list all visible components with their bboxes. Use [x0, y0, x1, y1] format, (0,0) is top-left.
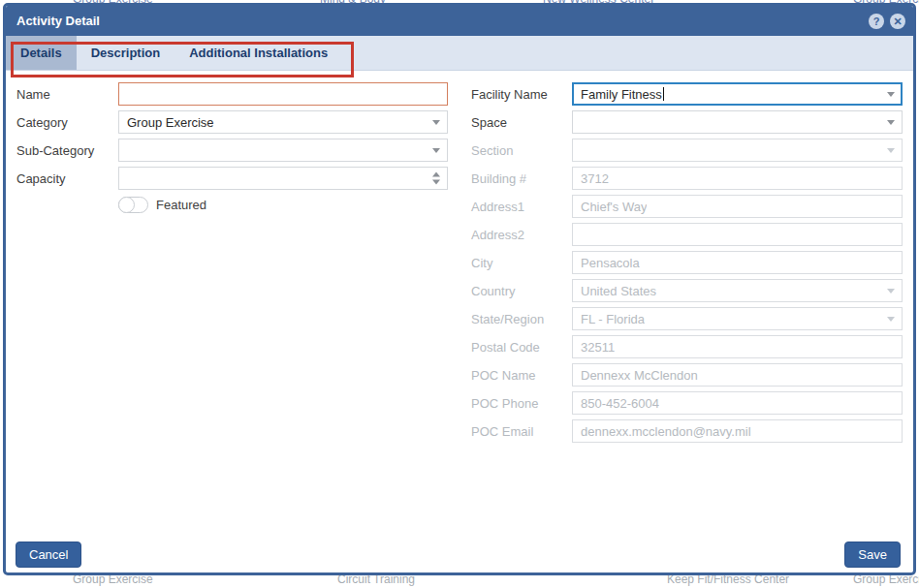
- spinner-down-icon[interactable]: [432, 180, 440, 185]
- space-combo[interactable]: [572, 110, 903, 134]
- building-label: Building #: [471, 171, 572, 186]
- form-row: Address2: [471, 223, 903, 246]
- address2-label: Address2: [471, 228, 572, 242]
- facility-name-label: Facility Name: [471, 87, 572, 102]
- field-value: 3712: [581, 171, 609, 186]
- chevron-down-icon: [887, 289, 895, 294]
- country-label: Country: [471, 284, 572, 298]
- field-value: Dennexx McClendon: [581, 368, 698, 383]
- state-region-label: State/Region: [471, 312, 572, 326]
- form-row: Capacity: [16, 167, 448, 190]
- background-text-fragment: Group Exercise: [73, 575, 153, 586]
- chevron-down-icon: [887, 317, 895, 322]
- sub-category-combo[interactable]: [118, 139, 448, 162]
- tab-description[interactable]: Description: [77, 36, 175, 70]
- field-value: FL - Florida: [581, 312, 645, 326]
- background-text-fragment: Keep Fit/Fitness Center: [667, 575, 789, 586]
- category-label: Category: [16, 115, 118, 130]
- field-value: Family Fitness: [581, 87, 662, 102]
- form-row: POC NameDennexx McClendon: [471, 363, 903, 387]
- form-row: Section: [471, 139, 903, 162]
- form-row: CategoryGroup Exercise: [16, 110, 448, 134]
- form-row: CityPensacola: [471, 251, 903, 274]
- featured-row: Featured: [118, 195, 448, 214]
- facility-name-combo[interactable]: Family Fitness: [572, 82, 903, 106]
- save-button[interactable]: Save: [844, 542, 901, 568]
- spinner-buttons: [432, 172, 440, 185]
- background-text-fragment: Group Exercise Ro: [853, 575, 919, 586]
- chevron-down-icon[interactable]: [887, 92, 895, 97]
- field-value: Pensacola: [581, 256, 640, 270]
- name-field[interactable]: [118, 82, 448, 106]
- poc-phone-label: POC Phone: [471, 396, 572, 411]
- chevron-down-icon: [887, 148, 895, 153]
- state-region-combo: FL - Florida: [572, 307, 903, 330]
- category-combo[interactable]: Group Exercise: [118, 110, 448, 134]
- city-label: City: [471, 256, 572, 270]
- form-row: Space: [471, 110, 903, 134]
- building-field: 3712: [572, 167, 903, 190]
- chevron-down-icon[interactable]: [432, 120, 440, 125]
- field-value: United States: [581, 284, 656, 298]
- address1-label: Address1: [471, 200, 572, 214]
- poc-email-field: dennexx.mcclendon@navy.mil: [572, 419, 903, 443]
- dialog-titlebar: Activity Detail ? ✕: [6, 6, 913, 36]
- help-icon[interactable]: ?: [869, 14, 884, 29]
- section-combo: [572, 139, 903, 162]
- activity-detail-dialog: Activity Detail ? ✕ Details Description …: [3, 3, 916, 575]
- dialog-title: Activity Detail: [16, 14, 863, 28]
- right-form-column: Facility NameFamily FitnessSpaceSectionB…: [471, 82, 903, 448]
- featured-label: Featured: [156, 198, 206, 212]
- form-row: Address1Chief's Way: [471, 195, 903, 218]
- city-field: Pensacola: [572, 251, 903, 274]
- tab-bar: Details Description Additional Installat…: [6, 36, 913, 71]
- form-row: State/RegionFL - Florida: [471, 307, 903, 330]
- tab-details[interactable]: Details: [6, 36, 77, 70]
- form-row: Name: [16, 82, 448, 106]
- cancel-button[interactable]: Cancel: [16, 542, 81, 568]
- dialog-body: NameCategoryGroup ExerciseSub-CategoryCa…: [6, 71, 913, 573]
- field-value: 850-452-6004: [581, 396, 659, 411]
- field-value: dennexx.mcclendon@navy.mil: [581, 424, 751, 439]
- poc-name-label: POC Name: [471, 368, 572, 383]
- address1-field: Chief's Way: [572, 195, 903, 218]
- poc-name-field: Dennexx McClendon: [572, 363, 903, 387]
- form-row: Postal Code32511: [471, 335, 903, 358]
- postal-code-label: Postal Code: [471, 340, 572, 355]
- section-label: Section: [471, 143, 572, 158]
- toggle-knob: [118, 197, 135, 213]
- left-form-column: NameCategoryGroup ExerciseSub-CategoryCa…: [16, 82, 448, 219]
- field-value: Group Exercise: [127, 115, 214, 130]
- address2-field: [572, 223, 903, 246]
- form-row: POC Phone850-452-6004: [471, 391, 903, 415]
- background-page-bottom: Group ExerciseCircuit TrainingKeep Fit/F…: [0, 575, 919, 588]
- poc-email-label: POC Email: [471, 424, 572, 439]
- space-label: Space: [471, 115, 572, 130]
- spinner-up-icon[interactable]: [432, 172, 440, 177]
- text-cursor: [663, 87, 665, 101]
- poc-phone-field: 850-452-6004: [572, 391, 903, 415]
- close-icon[interactable]: ✕: [890, 14, 905, 29]
- form-row: Building #3712: [471, 167, 903, 190]
- form-row: Facility NameFamily Fitness: [471, 82, 903, 106]
- postal-code-field: 32511: [572, 335, 903, 358]
- capacity-label: Capacity: [16, 171, 118, 186]
- capacity-spinner[interactable]: [118, 167, 448, 190]
- background-text-fragment: Circuit Training: [337, 575, 415, 586]
- sub-category-label: Sub-Category: [16, 143, 118, 158]
- field-value: 32511: [581, 340, 615, 355]
- name-label: Name: [16, 87, 118, 102]
- tab-additional-installations[interactable]: Additional Installations: [174, 36, 342, 70]
- chevron-down-icon[interactable]: [432, 148, 440, 153]
- featured-toggle[interactable]: [118, 197, 148, 213]
- form-row: CountryUnited States: [471, 279, 903, 302]
- field-value: Chief's Way: [581, 200, 647, 214]
- form-row: Sub-Category: [16, 139, 448, 162]
- chevron-down-icon[interactable]: [887, 120, 895, 125]
- country-combo: United States: [572, 279, 903, 302]
- form-row: POC Emaildennexx.mcclendon@navy.mil: [471, 419, 903, 443]
